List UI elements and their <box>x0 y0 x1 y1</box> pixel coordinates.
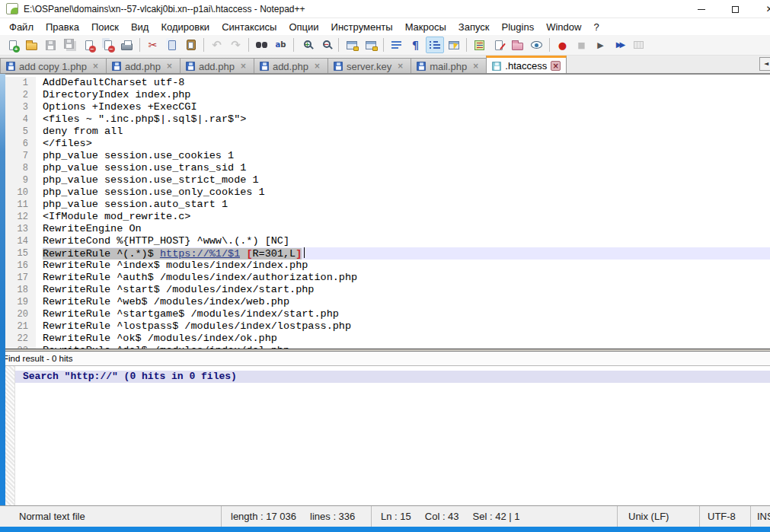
status-doc-type[interactable]: Normal text file <box>0 506 221 527</box>
copy-icon[interactable] <box>163 37 181 53</box>
close-all-icon[interactable]: − <box>99 37 117 53</box>
tab-add-php[interactable]: add.php× <box>254 58 328 74</box>
code-line[interactable]: 11php_value session.auto_start 1 <box>5 199 770 211</box>
start-recording-icon[interactable]: ● <box>554 37 572 53</box>
paste-icon[interactable] <box>182 37 200 53</box>
code-line[interactable]: 4<files ~ ".inc.php$|.sql$|.rar$"> <box>5 113 770 126</box>
find-result-line[interactable]: Search "http://" (0 hits in 0 files) <box>15 371 770 383</box>
code-line[interactable]: 5deny from all <box>5 126 770 138</box>
code-line[interactable]: 12<IfModule mod_rewrite.c> <box>5 211 770 223</box>
code-line[interactable]: 13RewriteEngine On <box>5 223 770 235</box>
code-editor[interactable]: 1AddDefaultCharset utf-82DirectoryIndex … <box>5 75 770 349</box>
status-eol-format[interactable]: Unix (LF) <box>617 506 699 527</box>
playback-macro-icon[interactable]: ▶ <box>592 37 610 53</box>
show-all-characters-icon[interactable]: ¶ <box>407 37 425 53</box>
tab-server-key[interactable]: server.key× <box>327 58 411 74</box>
monitoring-icon[interactable] <box>528 37 546 53</box>
sync-horizontal-scroll-icon[interactable] <box>362 37 380 53</box>
tab-close-icon[interactable]: × <box>471 62 481 72</box>
save-icon[interactable] <box>42 37 60 53</box>
maximize-button[interactable] <box>718 0 752 18</box>
new-file-icon[interactable]: + <box>4 37 22 53</box>
tab-add-php[interactable]: add.php× <box>180 58 254 74</box>
code-line[interactable]: 7php_value session.use_cookies 1 <box>5 150 770 162</box>
menu-запуск[interactable]: Запуск <box>452 20 496 34</box>
code-line[interactable]: 2DirectoryIndex index.php <box>5 89 770 101</box>
find-icon[interactable] <box>253 37 271 53</box>
menu-window[interactable]: Window <box>540 20 587 34</box>
line-text: RewriteRule ^(.*)$ https://%1/$1 [R=301,… <box>43 247 770 260</box>
undo-icon[interactable]: ↶ <box>208 37 226 53</box>
tab-close-icon[interactable]: × <box>165 62 174 72</box>
cut-icon[interactable]: ✂ <box>144 37 162 53</box>
code-line[interactable]: 15RewriteRule ^(.*)$ https://%1/$1 [R=30… <box>5 247 770 260</box>
line-text: AddDefaultCharset utf-8 <box>43 77 770 89</box>
folder-as-workspace-icon[interactable] <box>509 37 527 53</box>
tab-close-icon[interactable]: × <box>312 62 322 72</box>
menu-макросы[interactable]: Макросы <box>399 20 452 34</box>
save-recorded-macro-icon[interactable] <box>630 37 648 53</box>
code-line[interactable]: 20RewriteRule ^startgame$ /modules/index… <box>5 308 770 320</box>
status-insert-mode[interactable]: INS <box>750 506 770 527</box>
document-switcher-icon[interactable] <box>490 37 508 53</box>
menu-кодировки[interactable]: Кодировки <box>155 20 216 34</box>
zoom-in-icon[interactable]: + <box>298 37 316 53</box>
code-line[interactable]: 14RewriteCond %{HTTP_HOST} ^www\.(.*) [N… <box>5 235 770 247</box>
status-doc-size[interactable]: length : 17 036lines : 336 <box>221 506 371 527</box>
menu-файл[interactable]: Файл <box>3 20 40 34</box>
line-text: <files ~ ".inc.php$|.sql$|.rar$"> <box>43 113 770 126</box>
code-line[interactable]: 1AddDefaultCharset utf-8 <box>5 77 770 89</box>
replace-icon[interactable]: ab <box>272 37 290 53</box>
word-wrap-icon[interactable] <box>388 37 406 53</box>
tab-scroll-left-button[interactable]: ◄ <box>759 57 770 71</box>
menu-?[interactable]: ? <box>587 20 605 34</box>
tab-add-php[interactable]: add.php× <box>106 58 181 74</box>
tab-close-icon[interactable]: × <box>551 61 561 71</box>
indent-guide-icon[interactable] <box>426 37 444 53</box>
code-line[interactable]: 16RewriteRule ^index$ modules/index/inde… <box>5 260 770 272</box>
tab-close-icon[interactable]: × <box>91 62 101 72</box>
code-line[interactable]: 19RewriteRule ^web$ /modules/index/web.p… <box>5 296 770 308</box>
tab-close-icon[interactable]: × <box>395 62 405 72</box>
code-line[interactable]: 3Options +Indexes +ExecCGI <box>5 101 770 113</box>
line-number: 10 <box>5 186 36 199</box>
code-line[interactable]: 18RewriteRule ^start$ /modules/index/sta… <box>5 284 770 296</box>
menu-инструменты[interactable]: Инструменты <box>325 20 399 34</box>
menu-синтаксисы[interactable]: Синтаксисы <box>216 20 283 34</box>
tab-htaccess[interactable]: .htaccess× <box>486 56 567 74</box>
sync-vertical-scroll-icon[interactable] <box>343 37 361 53</box>
open-file-icon[interactable] <box>23 37 41 53</box>
code-line[interactable]: 6</files> <box>5 138 770 150</box>
zoom-out-icon[interactable]: − <box>317 37 335 53</box>
tab-close-icon[interactable]: × <box>238 62 248 72</box>
menu-plugins[interactable]: Plugins <box>496 20 541 34</box>
status-encoding[interactable]: UTF-8 <box>699 506 750 527</box>
menu-вид[interactable]: Вид <box>125 20 155 34</box>
run-macro-multiple-icon[interactable]: ▶▶ <box>611 37 629 53</box>
code-line[interactable]: 9php_value session.use_strict_mode 1 <box>5 174 770 186</box>
code-line[interactable]: 21RewriteRule ^lostpass$ /modules/index/… <box>5 320 770 333</box>
code-line[interactable]: 22RewriteRule ^ok$ /modules/index/ok.php <box>5 333 770 345</box>
document-map-icon[interactable] <box>471 37 489 53</box>
panel-grip[interactable] <box>5 366 15 505</box>
menu-правка[interactable]: Правка <box>40 20 85 34</box>
status-cursor-pos[interactable]: Ln : 15Col : 43Sel : 42 | 1 <box>371 506 617 527</box>
function-list-icon[interactable] <box>445 37 463 53</box>
notepad-app-icon[interactable] <box>6 3 18 14</box>
tab-mail-php[interactable]: mail.php× <box>411 58 487 74</box>
save-all-icon[interactable] <box>61 37 79 53</box>
print-icon[interactable] <box>118 37 136 53</box>
minimize-button[interactable] <box>684 0 718 18</box>
stop-recording-icon[interactable]: ■ <box>573 37 591 53</box>
code-line[interactable]: 17RewriteRule ^auth$ /modules/index/auth… <box>5 272 770 284</box>
line-number: 20 <box>5 308 36 320</box>
tab-add-copy-1-php[interactable]: add copy 1.php× <box>0 58 107 74</box>
menu-поиск[interactable]: Поиск <box>85 20 125 34</box>
close-button[interactable]: ✕ <box>752 0 770 18</box>
code-line[interactable]: 8php_value session.use_trans_sid 1 <box>5 162 770 174</box>
code-line[interactable]: 10php_value session.use_only_cookies 1 <box>5 186 770 199</box>
find-result-panel-header[interactable]: Find result - 0 hits <box>0 352 770 366</box>
close-icon[interactable]: − <box>80 37 98 53</box>
menu-опции[interactable]: Опции <box>283 20 324 34</box>
redo-icon[interactable]: ↷ <box>227 37 245 53</box>
